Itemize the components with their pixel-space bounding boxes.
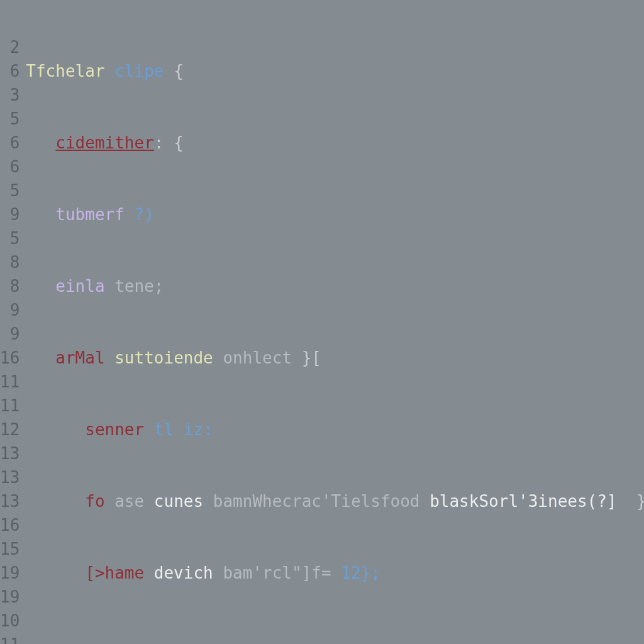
line-number: 10	[0, 609, 19, 633]
line-number: 15	[0, 537, 19, 561]
line-number: 9	[0, 298, 19, 322]
line-number: 19	[0, 585, 19, 609]
line-number: 12	[0, 418, 19, 441]
line-number: 6	[0, 59, 19, 83]
line-number: 9	[0, 322, 19, 346]
line-number: 16	[0, 346, 19, 370]
code-line[interactable]: senner tl iz:	[26, 418, 644, 441]
code-line[interactable]: arMal suttoiende onhlect }[	[26, 346, 644, 370]
code-line[interactable]: [>hame devich bam'rcl"]f= 12};	[26, 561, 644, 585]
code-line[interactable]: einla tene;	[26, 274, 644, 298]
line-number: 3	[0, 83, 19, 107]
line-number: 13	[0, 465, 19, 489]
code-line[interactable]: tubmerf ?)	[26, 203, 644, 226]
line-number: 13	[0, 441, 19, 465]
line-number: 2	[0, 35, 19, 59]
line-number	[0, 11, 19, 35]
line-number: 8	[0, 250, 19, 274]
line-number: 9	[0, 203, 19, 226]
line-number: 8	[0, 274, 19, 298]
line-number: 19	[0, 561, 19, 585]
line-number: 6	[0, 131, 19, 155]
code-line[interactable]: cidemither: {	[26, 131, 644, 155]
line-number: 5	[0, 179, 19, 203]
line-number: 11	[0, 633, 19, 644]
line-number: 11	[0, 370, 19, 394]
line-number-gutter: 2 6 3 5 6 6 5 9 5 8 8 9 9 16 11 11 12 13…	[0, 11, 26, 644]
line-number: 11	[0, 394, 19, 418]
code-area[interactable]: Tfchelar clipe { cidemither: { tubmerf ?…	[26, 11, 644, 644]
line-number: 6	[0, 155, 19, 179]
code-line[interactable]: Tfchelar clipe {	[26, 59, 644, 83]
code-editor[interactable]: 2 6 3 5 6 6 5 9 5 8 8 9 9 16 11 11 12 13…	[0, 0, 644, 644]
line-number: 5	[0, 107, 19, 131]
code-line[interactable]: fo ase cunes bamnWhecrac'Tielsfood blask…	[26, 489, 644, 513]
code-line[interactable]	[26, 633, 644, 644]
line-number: 13	[0, 489, 19, 513]
line-number: 16	[0, 513, 19, 537]
line-number: 5	[0, 226, 19, 250]
